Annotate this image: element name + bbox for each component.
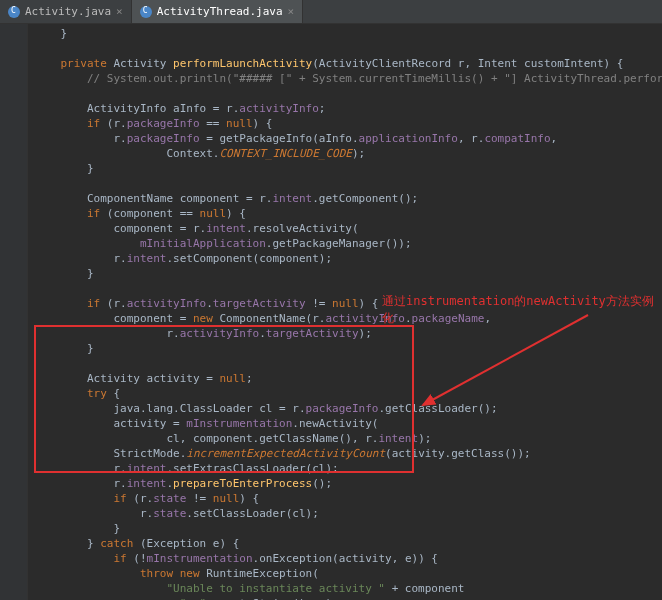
tab-activity-java[interactable]: Activity.java × <box>0 0 132 23</box>
code-line[interactable]: StrictMode.incrementExpectedActivityCoun… <box>34 446 662 461</box>
code-line[interactable]: cl, component.getClassName(), r.intent); <box>34 431 662 446</box>
code-line[interactable]: activity = mInstrumentation.newActivity( <box>34 416 662 431</box>
code-line[interactable]: if (component == null) { <box>34 206 662 221</box>
close-icon[interactable]: × <box>288 5 295 18</box>
code-line[interactable]: r.intent.setComponent(component); <box>34 251 662 266</box>
code-line[interactable]: if (r.state != null) { <box>34 491 662 506</box>
code-line[interactable]: ActivityInfo aInfo = r.activityInfo; <box>34 101 662 116</box>
tab-bar: Activity.java × ActivityThread.java × <box>0 0 662 24</box>
code-line[interactable] <box>34 356 662 371</box>
code-line[interactable]: // System.out.println("##### [" + System… <box>34 71 662 86</box>
code-line[interactable]: r.packageInfo = getPackageInfo(aInfo.app… <box>34 131 662 146</box>
tab-label: ActivityThread.java <box>157 5 283 18</box>
tab-activitythread-java[interactable]: ActivityThread.java × <box>132 0 303 23</box>
code-line[interactable]: throw new RuntimeException( <box>34 566 662 581</box>
code-line[interactable]: private Activity performLaunchActivity(A… <box>34 56 662 71</box>
code-line[interactable]: Context.CONTEXT_INCLUDE_CODE); <box>34 146 662 161</box>
java-class-icon <box>140 6 152 18</box>
annotation-text: 通过instrumentation的newActivity方法实例化 <box>382 293 662 327</box>
code-line[interactable]: mInitialApplication.getPackageManager())… <box>34 236 662 251</box>
code-line[interactable]: } <box>34 161 662 176</box>
close-icon[interactable]: × <box>116 5 123 18</box>
code-line[interactable]: Activity activity = null; <box>34 371 662 386</box>
code-line[interactable] <box>34 176 662 191</box>
code-line[interactable]: } catch (Exception e) { <box>34 536 662 551</box>
java-class-icon <box>8 6 20 18</box>
code-line[interactable]: if (r.packageInfo == null) { <box>34 116 662 131</box>
code-line[interactable] <box>34 86 662 101</box>
tab-label: Activity.java <box>25 5 111 18</box>
code-line[interactable]: } <box>34 266 662 281</box>
code-line[interactable]: } <box>34 26 662 41</box>
code-line[interactable]: } <box>34 521 662 536</box>
code-line[interactable]: r.intent.setExtrasClassLoader(cl); <box>34 461 662 476</box>
code-line[interactable]: ComponentName component = r.intent.getCo… <box>34 191 662 206</box>
code-line[interactable]: if (!mInstrumentation.onException(activi… <box>34 551 662 566</box>
code-line[interactable]: "Unable to instantiate activity " + comp… <box>34 581 662 596</box>
code-line[interactable]: + ": " + e.toString(), e); <box>34 596 662 600</box>
code-line[interactable] <box>34 41 662 56</box>
code-line[interactable]: try { <box>34 386 662 401</box>
code-line[interactable]: } <box>34 341 662 356</box>
code-line[interactable]: r.intent.prepareToEnterProcess(); <box>34 476 662 491</box>
code-line[interactable]: r.state.setClassLoader(cl); <box>34 506 662 521</box>
code-line[interactable]: component = r.intent.resolveActivity( <box>34 221 662 236</box>
code-line[interactable]: r.activityInfo.targetActivity); <box>34 326 662 341</box>
code-line[interactable]: java.lang.ClassLoader cl = r.packageInfo… <box>34 401 662 416</box>
gutter[interactable] <box>0 24 28 600</box>
